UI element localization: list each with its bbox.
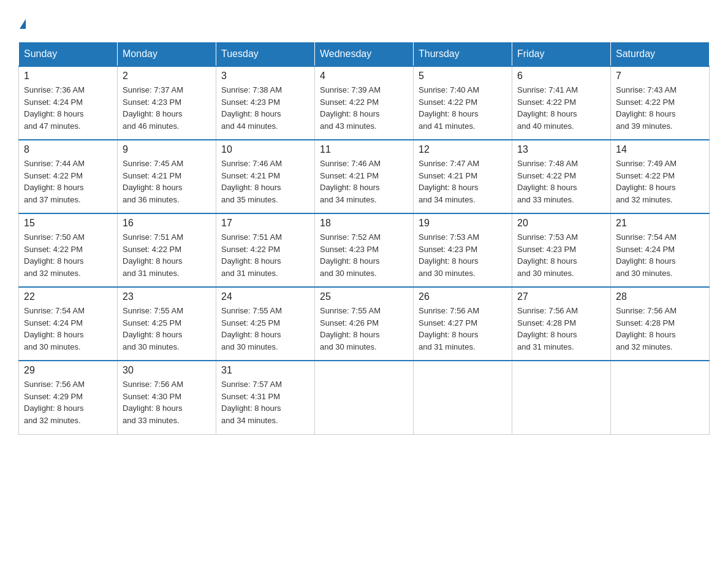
day-number: 3 [221, 71, 309, 82]
day-number: 18 [320, 218, 408, 229]
day-info: Sunrise: 7:56 AM Sunset: 4:27 PM Dayligh… [419, 305, 507, 353]
calendar-cell [512, 361, 611, 434]
calendar-cell: 26 Sunrise: 7:56 AM Sunset: 4:27 PM Dayl… [414, 287, 512, 361]
day-info: Sunrise: 7:56 AM Sunset: 4:30 PM Dayligh… [123, 378, 211, 426]
day-info: Sunrise: 7:40 AM Sunset: 4:22 PM Dayligh… [419, 84, 507, 132]
calendar-cell: 14 Sunrise: 7:49 AM Sunset: 4:22 PM Dayl… [611, 140, 710, 213]
calendar-week-row: 1 Sunrise: 7:36 AM Sunset: 4:24 PM Dayli… [19, 66, 710, 140]
day-info: Sunrise: 7:55 AM Sunset: 4:26 PM Dayligh… [320, 305, 408, 353]
weekday-header-sunday: Sunday [19, 42, 118, 67]
calendar-cell: 15 Sunrise: 7:50 AM Sunset: 4:22 PM Dayl… [19, 213, 118, 287]
day-info: Sunrise: 7:52 AM Sunset: 4:23 PM Dayligh… [320, 231, 408, 279]
calendar-cell: 30 Sunrise: 7:56 AM Sunset: 4:30 PM Dayl… [118, 361, 216, 434]
day-number: 22 [24, 291, 112, 302]
day-info: Sunrise: 7:38 AM Sunset: 4:23 PM Dayligh… [221, 84, 309, 132]
day-info: Sunrise: 7:45 AM Sunset: 4:21 PM Dayligh… [123, 158, 211, 205]
day-number: 1 [24, 71, 112, 82]
day-info: Sunrise: 7:46 AM Sunset: 4:21 PM Dayligh… [221, 158, 309, 205]
day-number: 15 [24, 218, 112, 229]
day-info: Sunrise: 7:53 AM Sunset: 4:23 PM Dayligh… [517, 231, 605, 279]
day-info: Sunrise: 7:55 AM Sunset: 4:25 PM Dayligh… [123, 305, 211, 353]
day-number: 20 [517, 218, 605, 229]
weekday-header-friday: Friday [512, 42, 611, 67]
day-number: 25 [320, 291, 408, 302]
day-number: 2 [123, 71, 211, 82]
logo-top-line [18, 12, 26, 29]
day-number: 31 [221, 365, 309, 376]
calendar-cell [611, 361, 710, 434]
calendar-cell: 11 Sunrise: 7:46 AM Sunset: 4:21 PM Dayl… [315, 140, 414, 213]
weekday-header-monday: Monday [118, 42, 216, 67]
day-number: 12 [419, 144, 507, 155]
day-number: 9 [123, 144, 211, 155]
calendar-week-row: 15 Sunrise: 7:50 AM Sunset: 4:22 PM Dayl… [19, 213, 710, 287]
day-number: 13 [517, 144, 605, 155]
calendar-cell: 27 Sunrise: 7:56 AM Sunset: 4:28 PM Dayl… [512, 287, 611, 361]
calendar-cell: 18 Sunrise: 7:52 AM Sunset: 4:23 PM Dayl… [315, 213, 414, 287]
calendar-cell: 19 Sunrise: 7:53 AM Sunset: 4:23 PM Dayl… [414, 213, 512, 287]
calendar-cell: 13 Sunrise: 7:48 AM Sunset: 4:22 PM Dayl… [512, 140, 611, 213]
calendar-cell: 31 Sunrise: 7:57 AM Sunset: 4:31 PM Dayl… [216, 361, 315, 434]
day-info: Sunrise: 7:54 AM Sunset: 4:24 PM Dayligh… [616, 231, 704, 279]
weekday-header-thursday: Thursday [414, 42, 512, 67]
day-number: 26 [419, 291, 507, 302]
day-info: Sunrise: 7:37 AM Sunset: 4:23 PM Dayligh… [123, 84, 211, 132]
day-number: 28 [616, 291, 704, 302]
calendar-cell: 17 Sunrise: 7:51 AM Sunset: 4:22 PM Dayl… [216, 213, 315, 287]
day-number: 14 [616, 144, 704, 155]
day-number: 23 [123, 291, 211, 302]
day-number: 7 [616, 71, 704, 82]
weekday-header-saturday: Saturday [611, 42, 710, 67]
day-info: Sunrise: 7:36 AM Sunset: 4:24 PM Dayligh… [24, 84, 112, 132]
calendar-week-row: 8 Sunrise: 7:44 AM Sunset: 4:22 PM Dayli… [19, 140, 710, 213]
day-info: Sunrise: 7:56 AM Sunset: 4:29 PM Dayligh… [24, 378, 112, 426]
calendar-cell: 25 Sunrise: 7:55 AM Sunset: 4:26 PM Dayl… [315, 287, 414, 361]
calendar-cell: 8 Sunrise: 7:44 AM Sunset: 4:22 PM Dayli… [19, 140, 118, 213]
day-info: Sunrise: 7:51 AM Sunset: 4:22 PM Dayligh… [221, 231, 309, 279]
day-info: Sunrise: 7:44 AM Sunset: 4:22 PM Dayligh… [24, 158, 112, 205]
calendar-header-row: SundayMondayTuesdayWednesdayThursdayFrid… [19, 42, 710, 67]
day-info: Sunrise: 7:49 AM Sunset: 4:22 PM Dayligh… [616, 158, 704, 205]
calendar-cell: 5 Sunrise: 7:40 AM Sunset: 4:22 PM Dayli… [414, 66, 512, 140]
day-number: 8 [24, 144, 112, 155]
calendar-cell: 20 Sunrise: 7:53 AM Sunset: 4:23 PM Dayl… [512, 213, 611, 287]
weekday-header-wednesday: Wednesday [315, 42, 414, 67]
day-number: 16 [123, 218, 211, 229]
day-info: Sunrise: 7:57 AM Sunset: 4:31 PM Dayligh… [221, 378, 309, 426]
calendar-cell: 7 Sunrise: 7:43 AM Sunset: 4:22 PM Dayli… [611, 66, 710, 140]
day-info: Sunrise: 7:53 AM Sunset: 4:23 PM Dayligh… [419, 231, 507, 279]
calendar-cell: 16 Sunrise: 7:51 AM Sunset: 4:22 PM Dayl… [118, 213, 216, 287]
weekday-header-tuesday: Tuesday [216, 42, 315, 67]
day-info: Sunrise: 7:47 AM Sunset: 4:21 PM Dayligh… [419, 158, 507, 205]
day-number: 27 [517, 291, 605, 302]
calendar-cell: 3 Sunrise: 7:38 AM Sunset: 4:23 PM Dayli… [216, 66, 315, 140]
day-number: 30 [123, 365, 211, 376]
day-number: 11 [320, 144, 408, 155]
calendar-cell: 28 Sunrise: 7:56 AM Sunset: 4:28 PM Dayl… [611, 287, 710, 361]
day-info: Sunrise: 7:46 AM Sunset: 4:21 PM Dayligh… [320, 158, 408, 205]
calendar-week-row: 22 Sunrise: 7:54 AM Sunset: 4:24 PM Dayl… [19, 287, 710, 361]
day-info: Sunrise: 7:43 AM Sunset: 4:22 PM Dayligh… [616, 84, 704, 132]
calendar-cell: 12 Sunrise: 7:47 AM Sunset: 4:21 PM Dayl… [414, 140, 512, 213]
day-number: 6 [517, 71, 605, 82]
logo-triangle-icon [20, 19, 26, 29]
calendar-cell: 1 Sunrise: 7:36 AM Sunset: 4:24 PM Dayli… [19, 66, 118, 140]
day-number: 24 [221, 291, 309, 302]
day-number: 5 [419, 71, 507, 82]
day-info: Sunrise: 7:54 AM Sunset: 4:24 PM Dayligh… [24, 305, 112, 353]
day-info: Sunrise: 7:56 AM Sunset: 4:28 PM Dayligh… [616, 305, 704, 353]
calendar-cell: 29 Sunrise: 7:56 AM Sunset: 4:29 PM Dayl… [19, 361, 118, 434]
calendar-cell: 6 Sunrise: 7:41 AM Sunset: 4:22 PM Dayli… [512, 66, 611, 140]
calendar-week-row: 29 Sunrise: 7:56 AM Sunset: 4:29 PM Dayl… [19, 361, 710, 434]
calendar-table: SundayMondayTuesdayWednesdayThursdayFrid… [18, 42, 710, 435]
day-number: 21 [616, 218, 704, 229]
day-info: Sunrise: 7:55 AM Sunset: 4:25 PM Dayligh… [221, 305, 309, 353]
calendar-cell: 2 Sunrise: 7:37 AM Sunset: 4:23 PM Dayli… [118, 66, 216, 140]
calendar-cell: 9 Sunrise: 7:45 AM Sunset: 4:21 PM Dayli… [118, 140, 216, 213]
day-info: Sunrise: 7:39 AM Sunset: 4:22 PM Dayligh… [320, 84, 408, 132]
day-number: 4 [320, 71, 408, 82]
day-info: Sunrise: 7:50 AM Sunset: 4:22 PM Dayligh… [24, 231, 112, 279]
day-info: Sunrise: 7:51 AM Sunset: 4:22 PM Dayligh… [123, 231, 211, 279]
calendar-cell [414, 361, 512, 434]
calendar-cell: 21 Sunrise: 7:54 AM Sunset: 4:24 PM Dayl… [611, 213, 710, 287]
